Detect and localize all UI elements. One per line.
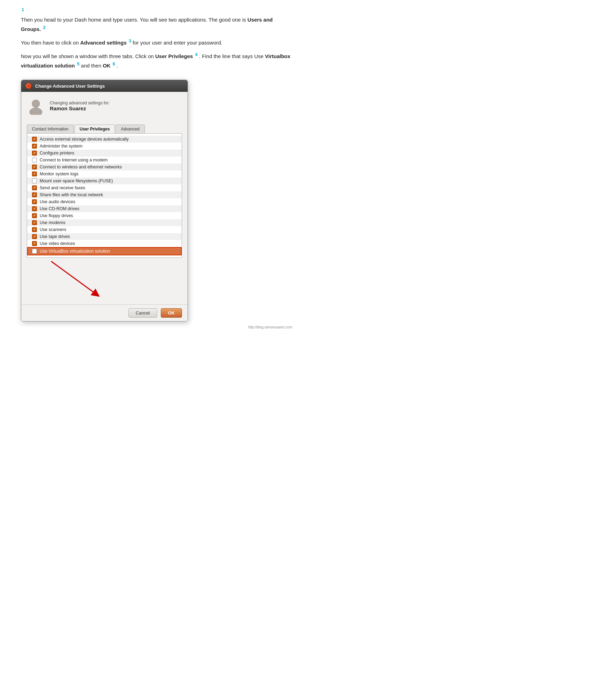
privilege-item[interactable]: Mount user-space filesystems (FUSE): [27, 177, 182, 184]
svg-line-3: [51, 261, 96, 294]
close-button[interactable]: [25, 83, 32, 89]
privilege-item[interactable]: Use modems: [27, 219, 182, 226]
arrow-annotation-area: [27, 258, 182, 300]
privilege-checkbox[interactable]: [32, 199, 37, 204]
tabs-bar: Contact Information User Privileges Adva…: [27, 125, 182, 134]
dialog-title: Change Advanced User Settings: [35, 83, 105, 89]
svg-point-1: [30, 108, 42, 115]
ok-button[interactable]: OK: [161, 308, 182, 318]
tab-advanced[interactable]: Advanced: [116, 125, 144, 133]
privilege-item[interactable]: Administer the system: [27, 143, 182, 150]
privilege-checkbox[interactable]: [32, 206, 37, 211]
tab-privileges[interactable]: User Privileges: [74, 125, 115, 133]
cancel-button[interactable]: Cancel: [128, 308, 157, 318]
privilege-label: Use floppy drives: [40, 213, 73, 218]
privilege-label: Share files with the local network: [40, 192, 103, 197]
privilege-label: Administer the system: [40, 144, 82, 149]
avatar: [27, 97, 45, 115]
page-url: http://blog.ramonsuarez.com: [21, 325, 292, 329]
privilege-checkbox[interactable]: [32, 220, 37, 225]
privilege-item[interactable]: Connect to Internet using a modem: [27, 157, 182, 164]
privilege-item[interactable]: Share files with the local network: [27, 191, 182, 198]
privilege-item[interactable]: Use floppy drives: [27, 212, 182, 219]
privilege-item[interactable]: Use audio devices: [27, 198, 182, 205]
privilege-label: Use video devices: [40, 241, 75, 246]
annotation-4: 4: [195, 52, 198, 57]
privilege-item[interactable]: Connect to wireless and ethernet network…: [27, 164, 182, 170]
privilege-checkbox[interactable]: [32, 151, 37, 156]
privilege-label: Use modems: [40, 220, 65, 225]
privilege-checkbox[interactable]: [32, 241, 37, 246]
tab-contact[interactable]: Contact Information: [27, 125, 74, 133]
paragraph-2: You then have to click on Advanced setti…: [21, 38, 292, 47]
privilege-item[interactable]: Send and receive faxes: [27, 184, 182, 191]
dialog-titlebar: Change Advanced User Settings: [21, 80, 188, 92]
privilege-item[interactable]: Use VirtualBox virtualization solution: [27, 247, 182, 255]
privilege-checkbox[interactable]: [32, 234, 37, 239]
annotation-5: 5: [77, 61, 79, 66]
privilege-label: Access external storage devices automati…: [40, 137, 129, 142]
bold-ok: OK: [103, 63, 111, 69]
dialog-window: Change Advanced User Settings Changing a…: [21, 80, 188, 321]
privilege-label: Connect to Internet using a modem: [40, 158, 108, 162]
privilege-checkbox[interactable]: [32, 172, 37, 176]
arrow-svg: [37, 258, 100, 300]
svg-point-0: [32, 100, 40, 108]
annotation-3: 3: [129, 38, 131, 43]
user-info-name: Ramon Suarez: [50, 105, 110, 111]
annotation-1: 1: [22, 7, 24, 12]
privilege-item[interactable]: Use scanners: [27, 226, 182, 233]
privilege-checkbox[interactable]: [32, 213, 37, 218]
privilege-label: Configure printers: [40, 151, 74, 156]
annotation-6: 6: [113, 61, 115, 66]
privilege-label: Connect to wireless and ethernet network…: [40, 165, 122, 169]
dialog-body: Changing advanced settings for: Ramon Su…: [21, 92, 188, 304]
user-info-text: Changing advanced settings for: Ramon Su…: [50, 101, 110, 111]
annotation-2: 2: [43, 25, 46, 30]
privilege-checkbox[interactable]: [32, 158, 37, 162]
privilege-label: Use tape drives: [40, 234, 70, 239]
paragraph-1: Then you head to your Dash home and type…: [21, 16, 292, 33]
privilege-label: Use scanners: [40, 227, 66, 232]
privilege-label: Mount user-space filesystems (FUSE): [40, 178, 113, 183]
user-info-section: Changing advanced settings for: Ramon Su…: [27, 97, 182, 119]
privileges-panel: Access external storage devices automati…: [27, 134, 182, 258]
privilege-checkbox[interactable]: [32, 227, 37, 232]
dialog-footer: Cancel OK: [21, 304, 188, 321]
privilege-item[interactable]: Use video devices: [27, 240, 182, 247]
privilege-item[interactable]: Use tape drives: [27, 233, 182, 240]
privilege-label: Use audio devices: [40, 199, 75, 204]
privilege-item[interactable]: Monitor system logs: [27, 170, 182, 177]
privilege-checkbox[interactable]: [32, 249, 37, 254]
paragraph-3: Now you will be shown a window with thre…: [21, 51, 292, 70]
privilege-item[interactable]: Configure printers: [27, 150, 182, 157]
privilege-label: Monitor system logs: [40, 172, 78, 176]
privilege-checkbox[interactable]: [32, 192, 37, 197]
privilege-label: Send and receive faxes: [40, 185, 85, 190]
privilege-checkbox[interactable]: [32, 178, 37, 183]
privilege-checkbox[interactable]: [32, 144, 37, 149]
privilege-checkbox[interactable]: [32, 165, 37, 169]
privilege-item[interactable]: Use CD-ROM drives: [27, 205, 182, 212]
privilege-label: Use CD-ROM drives: [40, 206, 79, 211]
privilege-checkbox[interactable]: [32, 137, 37, 142]
bold-user-privileges: User Privileges: [155, 53, 193, 59]
privilege-checkbox[interactable]: [32, 185, 37, 190]
privilege-label: Use VirtualBox virtualization solution: [40, 249, 110, 254]
privilege-item[interactable]: Access external storage devices automati…: [27, 136, 182, 143]
user-info-label: Changing advanced settings for:: [50, 101, 110, 105]
bold-advanced-settings: Advanced settings: [80, 40, 126, 46]
